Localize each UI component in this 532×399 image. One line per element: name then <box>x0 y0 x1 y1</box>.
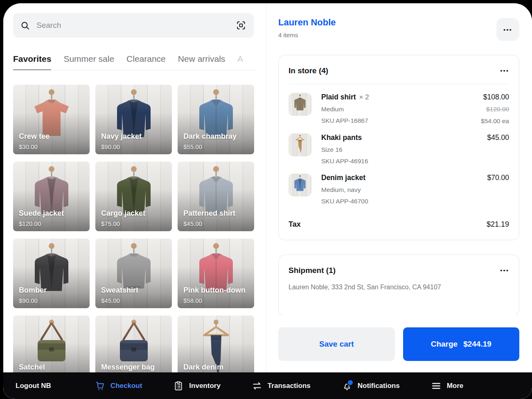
product-name: Cargo jacket <box>101 209 145 218</box>
tax-label: Tax <box>289 220 301 229</box>
in-store-card: In store (4) ••• Plaid shirt× 2 Medium S… <box>278 55 519 240</box>
product-tile-pink-button-down[interactable]: Pink button-down $58.00 <box>178 239 254 308</box>
product-price: $55.00 <box>183 143 202 150</box>
shipment-card: Shipment (1) ••• Lauren Noble, 333 2nd S… <box>278 255 519 316</box>
tab-bar: FavoritesSummer saleClearanceNew arrival… <box>13 54 257 70</box>
product-tile-messenger-bag[interactable]: Messenger bag <box>95 316 172 372</box>
barcode-scan-icon[interactable] <box>236 20 246 31</box>
cart-item-name: Denim jacket <box>321 174 365 182</box>
cart-header: Lauren Noble 4 items ••• <box>278 17 519 41</box>
tab-summer-sale[interactable]: Summer sale <box>63 54 114 70</box>
cart-item-sku: SKU APP-46700 <box>321 198 477 205</box>
product-name: Suede jacket <box>19 209 64 218</box>
nav-item-checkout[interactable]: Checkout <box>92 380 144 392</box>
shipment-address: Lauren Noble, 333 2nd St, San Francisco,… <box>289 284 509 301</box>
product-tile-navy-jacket[interactable]: Navy jacket $90.00 <box>95 85 172 154</box>
tax-amount: $21.19 <box>487 220 509 229</box>
charge-amount: $244.19 <box>463 340 491 349</box>
cart-line-item-plaid-shirt[interactable]: Plaid shirt× 2 Medium SKU APP-16867 $108… <box>289 84 509 125</box>
ellipsis-icon: ••• <box>500 267 509 274</box>
product-grid: Crew tee $30.00 Navy jacket $90.00 Dark … <box>13 85 257 372</box>
bell-icon <box>342 381 352 391</box>
nav-item-logout-nb[interactable]: Logout NB <box>13 381 54 390</box>
nav-item-notifications[interactable]: Notifications <box>339 380 402 392</box>
tab-new-arrivals[interactable]: New arrivals <box>178 54 225 70</box>
product-price: $58.00 <box>183 297 202 304</box>
in-store-overflow-menu-button[interactable]: ••• <box>500 66 509 76</box>
shipment-overflow-menu-button[interactable]: ••• <box>500 266 509 275</box>
customer-name-link[interactable]: Lauren Noble <box>278 17 496 28</box>
cart-item-sku: SKU APP-16867 <box>321 117 471 124</box>
cart-item-thumbnail <box>289 93 311 116</box>
product-name: Pink button-down <box>183 286 246 295</box>
cart-item-thumbnail <box>289 174 311 196</box>
pos-app-window: FavoritesSummer saleClearanceNew arrival… <box>3 3 532 399</box>
bottom-nav-bar: Logout NB Checkout Inventory Transaction… <box>3 372 532 399</box>
product-tile-patterned-shirt[interactable]: Patterned shirt $45.00 <box>178 162 254 231</box>
cart-item-sku: SKU APP-46916 <box>321 158 477 165</box>
product-name: Messenger bag <box>101 363 155 372</box>
product-name: Dark denim <box>183 363 223 372</box>
cart-item-price: $45.00 <box>487 133 509 142</box>
search-icon <box>20 21 30 30</box>
item-library-panel: FavoritesSummer saleClearanceNew arrival… <box>3 3 266 372</box>
product-tile-crew-tee[interactable]: Crew tee $30.00 <box>13 85 90 154</box>
product-tile-suede-jacket[interactable]: Suede jacket $120.00 <box>13 162 90 231</box>
transfer-icon <box>252 381 262 391</box>
nav-item-inventory[interactable]: Inventory <box>171 380 223 392</box>
product-tile-satchel[interactable]: Satchel <box>13 316 90 372</box>
nav-item-transactions[interactable]: Transactions <box>249 380 313 392</box>
checkout-actions: Save cart Charge $244.19 <box>266 315 532 372</box>
cart-panel: Lauren Noble 4 items ••• In store (4) ••… <box>266 3 532 372</box>
cart-item-compare-price: $120.00 <box>481 106 509 113</box>
product-tile-dark-chambray[interactable]: Dark chambray $55.00 <box>178 85 254 154</box>
search-input[interactable] <box>36 20 230 30</box>
product-price: $45.00 <box>101 297 120 304</box>
clipboard-icon <box>173 381 184 391</box>
product-name: Sweatshirt <box>101 286 138 295</box>
tab-favorites[interactable]: Favorites <box>13 54 51 70</box>
in-store-title: In store (4) <box>289 66 500 75</box>
product-name: Dark chambray <box>183 132 237 141</box>
product-name: Patterned shirt <box>183 209 235 218</box>
cart-item-name: Khaki pants <box>321 133 362 142</box>
charge-button[interactable]: Charge $244.19 <box>403 327 520 361</box>
product-price: $75.00 <box>101 220 120 227</box>
tax-row: Tax $21.19 <box>289 220 509 240</box>
save-cart-button[interactable]: Save cart <box>278 327 395 361</box>
ellipsis-icon: ••• <box>503 27 512 33</box>
product-name: Satchel <box>19 363 45 372</box>
product-name: Bomber <box>19 286 47 295</box>
tab-a[interactable]: A <box>237 54 243 70</box>
tab-clearance[interactable]: Clearance <box>126 54 166 70</box>
shipment-title: Shipment (1) <box>289 266 500 275</box>
cart-item-unit-price: $54.00 ea <box>481 117 509 125</box>
product-tile-bomber[interactable]: Bomber $90.00 <box>13 239 90 308</box>
cart-line-item-khaki-pants[interactable]: Khaki pants Size 16 SKU APP-46916 $45.00 <box>289 125 509 165</box>
search-bar[interactable] <box>13 13 254 38</box>
product-tile-cargo-jacket[interactable]: Cargo jacket $75.00 <box>95 162 172 231</box>
cart-item-price: $108.00 <box>481 93 509 101</box>
product-tile-sweatshirt[interactable]: Sweatshirt $45.00 <box>95 239 172 308</box>
product-price: $45.00 <box>183 220 202 227</box>
product-name: Crew tee <box>19 132 50 141</box>
nav-item-more[interactable]: More <box>428 380 466 392</box>
product-tile-dark-denim[interactable]: Dark denim <box>178 316 254 372</box>
cart-item-name: Plaid shirt <box>321 93 356 101</box>
cart-item-variant: Medium <box>321 106 471 113</box>
product-name: Navy jacket <box>101 132 142 141</box>
cart-item-variant: Medium, navy <box>321 186 477 194</box>
main-area: FavoritesSummer saleClearanceNew arrival… <box>3 3 532 372</box>
cart-line-item-denim-jacket[interactable]: Denim jacket Medium, navy SKU APP-46700 … <box>289 165 509 205</box>
cart-overflow-menu-button[interactable]: ••• <box>496 18 519 41</box>
in-store-items: Plaid shirt× 2 Medium SKU APP-16867 $108… <box>289 84 509 205</box>
menu-icon <box>431 381 442 391</box>
cart-icon <box>95 381 105 391</box>
product-price: $30.00 <box>19 143 38 150</box>
product-price: $90.00 <box>101 143 120 150</box>
cart-item-thumbnail <box>289 133 311 156</box>
ellipsis-icon: ••• <box>500 67 509 74</box>
cart-item-quantity: × 2 <box>359 93 369 101</box>
cart-item-price: $70.00 <box>487 174 509 182</box>
notification-badge <box>347 379 354 386</box>
